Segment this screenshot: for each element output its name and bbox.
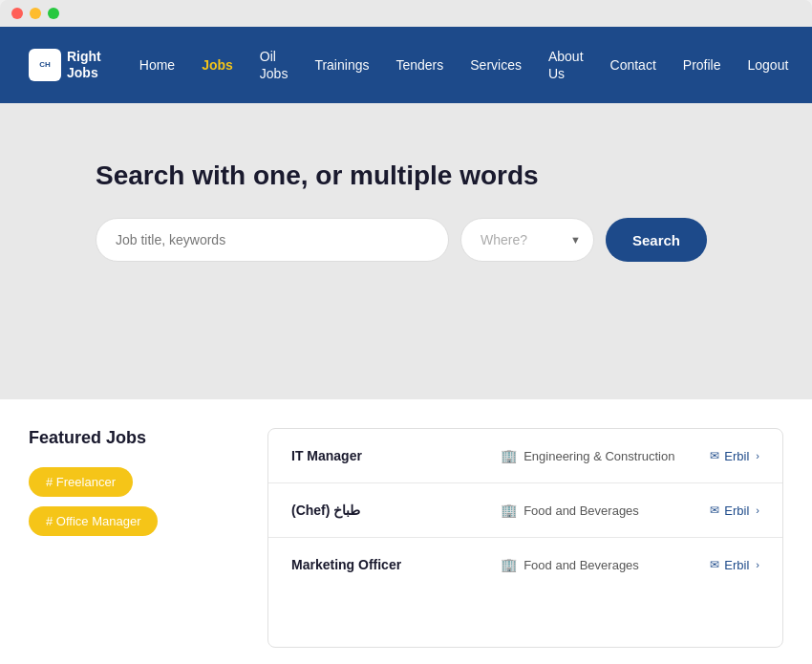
close-button[interactable] <box>11 8 23 19</box>
where-select-wrap: Where? ▼ <box>460 218 594 262</box>
featured-left: Featured Jobs # Freelancer # Office Mana… <box>29 428 239 648</box>
keyword-input-wrap <box>96 218 449 262</box>
maximize-button[interactable] <box>48 8 59 19</box>
building-icon: 🏢 <box>501 557 517 572</box>
nav-tenders[interactable]: Tenders <box>395 57 443 73</box>
search-button[interactable]: Search <box>606 218 707 262</box>
nav-contact[interactable]: Contact <box>610 57 656 73</box>
logo-icon: CH <box>29 49 61 81</box>
nav-oil-jobs[interactable]: Oil Jobs <box>260 49 288 81</box>
nav-profile[interactable]: Profile <box>683 57 721 73</box>
where-select[interactable]: Where? <box>460 218 594 262</box>
nav-links: Home Jobs Oil Jobs Trainings Tenders Ser… <box>139 48 789 82</box>
featured-section: Featured Jobs # Freelancer # Office Mana… <box>0 399 812 664</box>
table-row[interactable]: (Chef) طباخ 🏢 Food and Beverages ✉ Erbil… <box>268 483 782 538</box>
nav-home[interactable]: Home <box>139 57 175 73</box>
location-icon: ✉ <box>710 449 719 462</box>
hero-title: Search with one, or multiple words <box>96 161 783 191</box>
job-location: ✉ Erbil › <box>710 449 759 463</box>
chevron-right-icon: › <box>756 559 759 570</box>
table-row[interactable]: IT Manager 🏢 Engineering & Construction … <box>268 429 782 483</box>
search-row: Where? ▼ Search <box>96 218 783 262</box>
job-title: Marketing Officer <box>291 557 491 572</box>
tag-office-manager[interactable]: # Office Manager <box>29 506 158 536</box>
featured-title: Featured Jobs <box>29 428 239 448</box>
location-icon: ✉ <box>710 503 719 517</box>
location-icon: ✉ <box>710 558 719 571</box>
logo[interactable]: CH Right Jobs <box>29 49 101 81</box>
building-icon: 🏢 <box>501 448 517 463</box>
job-category: 🏢 Food and Beverages <box>501 503 700 518</box>
building-icon: 🏢 <box>501 503 517 518</box>
chevron-right-icon: › <box>756 450 759 461</box>
tag-pills: # Freelancer # Office Manager <box>29 467 239 536</box>
hero-section: Search with one, or multiple words Where… <box>0 103 812 399</box>
job-location: ✉ Erbil › <box>710 503 759 518</box>
chevron-right-icon: › <box>756 504 759 516</box>
job-title: (Chef) طباخ <box>291 503 491 518</box>
nav-trainings[interactable]: Trainings <box>314 57 369 73</box>
keyword-input[interactable] <box>96 218 449 262</box>
navbar: CH Right Jobs Home Jobs Oil Jobs Trainin… <box>0 27 812 103</box>
tag-freelancer[interactable]: # Freelancer <box>29 467 133 497</box>
nav-jobs[interactable]: Jobs <box>202 57 233 73</box>
nav-about[interactable]: About Us <box>548 49 584 81</box>
job-listings: IT Manager 🏢 Engineering & Construction … <box>267 428 783 648</box>
window-chrome <box>0 0 812 27</box>
minimize-button[interactable] <box>30 8 41 19</box>
logo-text: Right Jobs <box>67 49 101 81</box>
nav-services[interactable]: Services <box>470 57 522 73</box>
job-title: IT Manager <box>291 448 491 463</box>
job-location: ✉ Erbil › <box>710 558 759 572</box>
job-category: 🏢 Engineering & Construction <box>501 448 700 463</box>
table-row[interactable]: Marketing Officer 🏢 Food and Beverages ✉… <box>268 538 782 591</box>
nav-logout[interactable]: Logout <box>747 57 788 73</box>
job-category: 🏢 Food and Beverages <box>501 557 700 572</box>
